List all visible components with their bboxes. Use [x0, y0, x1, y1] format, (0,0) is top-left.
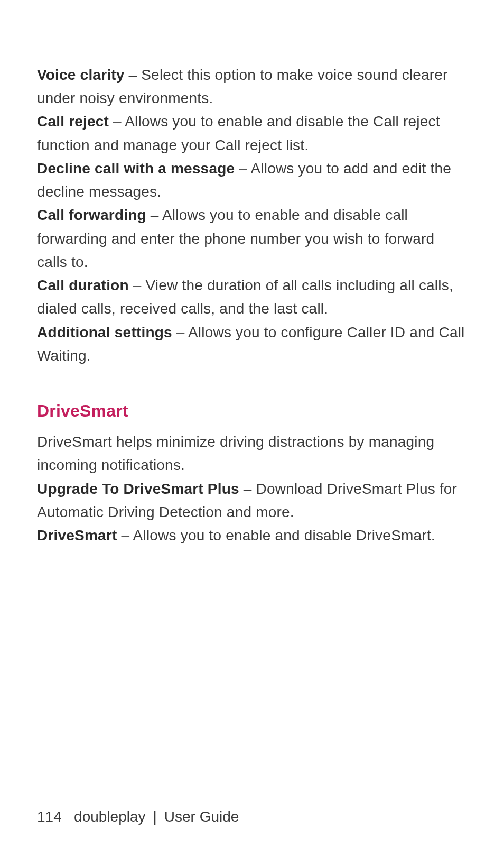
footer-divider-line [0, 794, 38, 794]
page-number: 114 [37, 808, 62, 825]
entry-call-duration: Call duration – View the duration of all… [37, 274, 467, 320]
section-intro: DriveSmart helps minimize driving distra… [37, 430, 467, 477]
entry-term: Additional settings [37, 324, 172, 340]
entry-upgrade-drivesmart-plus: Upgrade To DriveSmart Plus – Download Dr… [37, 477, 467, 524]
footer-title: User Guide [164, 808, 239, 825]
entry-voice-clarity: Voice clarity – Select this option to ma… [37, 63, 467, 110]
entry-term: Call forwarding [37, 207, 146, 223]
entry-call-reject: Call reject – Allows you to enable and d… [37, 110, 467, 156]
footer-divider: | [153, 808, 157, 825]
entry-term: Voice clarity [37, 67, 125, 83]
entry-decline-call-with-message: Decline call with a message – Allows you… [37, 157, 467, 204]
entry-additional-settings: Additional settings – Allows you to conf… [37, 321, 467, 367]
page-content: Voice clarity – Select this option to ma… [0, 0, 504, 547]
section-heading-drivesmart: DriveSmart [37, 401, 467, 421]
page-footer: 114 doubleplay|User Guide [0, 808, 504, 825]
entry-term: Upgrade To DriveSmart Plus [37, 481, 239, 497]
entry-desc: – Allows you to enable and disable Drive… [117, 527, 435, 543]
entry-term: DriveSmart [37, 527, 117, 543]
entry-drivesmart: DriveSmart – Allows you to enable and di… [37, 524, 467, 547]
entry-call-forwarding: Call forwarding – Allows you to enable a… [37, 204, 467, 274]
entry-term: Call duration [37, 277, 129, 293]
entry-term: Decline call with a message [37, 160, 235, 177]
entry-term: Call reject [37, 113, 109, 130]
footer-text: 114 doubleplay|User Guide [37, 808, 504, 825]
footer-product: doubleplay [74, 808, 145, 825]
